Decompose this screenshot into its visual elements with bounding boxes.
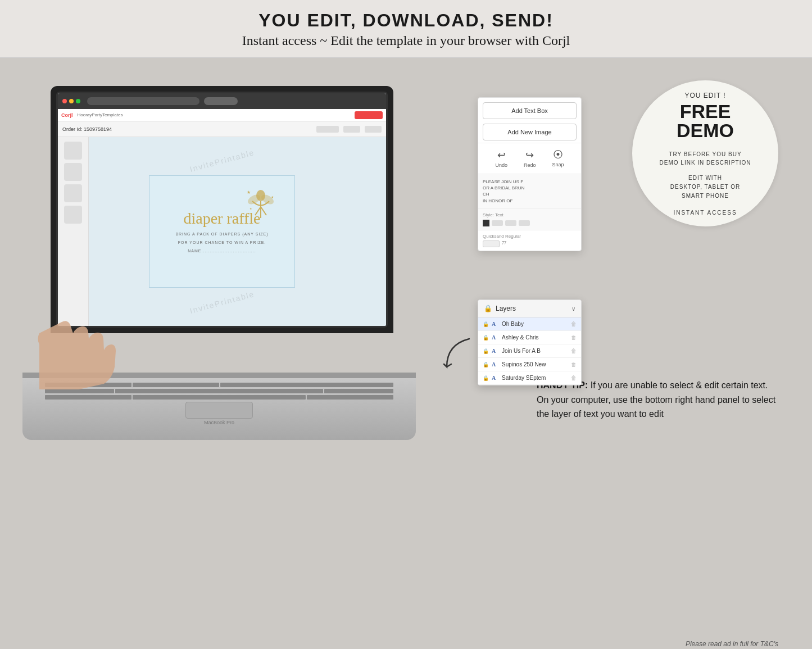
diaper-raffle-name-line: NAME................................. [188, 249, 256, 253]
main-area: Corjl HoorayPartyTemplates Order Id: 150… [0, 58, 812, 649]
layers-lock-icon: 🔒 [484, 305, 492, 312]
layer-item-1[interactable]: 🔒 A Oh Baby 🗑 [478, 317, 581, 331]
add-text-box-button[interactable]: Add Text Box [483, 102, 577, 119]
layer-type-3: A [492, 348, 500, 354]
toolbar-btn-2[interactable] [343, 126, 360, 133]
layer-name-5: Saturday SEptem [502, 375, 569, 381]
font-controls: Quicksand Regular 77 [478, 230, 581, 251]
add-new-image-button[interactable]: Add New Image [483, 124, 577, 140]
handy-tip-text: HANDY TIP: If you are unable to select &… [537, 380, 775, 419]
key [45, 389, 114, 393]
svg-text:★: ★ [271, 196, 274, 199]
layers-chevron-icon[interactable]: ∨ [571, 306, 575, 312]
main-title: YOU EDIT, DOWNLOAD, SEND! [0, 10, 812, 31]
size-controls: 77 [483, 240, 577, 247]
layers-panel: 🔒 Layers ∨ 🔒 A Oh Baby 🗑 🔒 A Ashley & Ch… [478, 299, 582, 385]
minimize-dot [69, 99, 74, 103]
tab [204, 97, 238, 105]
close-dot [62, 99, 67, 103]
color-swatch[interactable] [483, 220, 489, 226]
bold-btn[interactable] [492, 220, 503, 226]
tool-3[interactable] [64, 184, 82, 202]
layer-delete-5[interactable]: 🗑 [571, 375, 577, 381]
font-label: Quicksand Regular [483, 234, 577, 239]
italic-btn[interactable] [505, 220, 516, 226]
layer-item-2[interactable]: 🔒 A Ashley & Chris 🗑 [478, 331, 581, 344]
layers-title-text: Layers [496, 305, 516, 312]
keyboard-row-3 [45, 395, 393, 400]
undo-item[interactable]: ↩ Undo [495, 149, 507, 168]
snap-icon: ⦿ [553, 149, 563, 161]
layer-name-3: Join Us For A B [502, 348, 569, 354]
tool-2[interactable] [64, 163, 82, 181]
svg-text:★: ★ [250, 207, 252, 210]
layers-title: 🔒 Layers [484, 305, 516, 312]
publish-btn[interactable] [355, 111, 383, 119]
demo-you-edit: YOU EDIT ! [684, 92, 725, 99]
fairy-icon: ★ ★ ★ [244, 187, 278, 234]
layer-delete-1[interactable]: 🗑 [571, 321, 577, 327]
app-name: HoorayPartyTemplates [78, 112, 123, 117]
corjl-header: Corjl HoorayPartyTemplates [58, 109, 386, 121]
snap-label: Snap [552, 162, 564, 167]
layer-name-1: Oh Baby [502, 321, 569, 327]
redo-label: Redo [524, 162, 536, 168]
browser-chrome [58, 93, 386, 109]
tool-4[interactable] [64, 206, 82, 224]
undo-label: Undo [495, 162, 507, 168]
layer-item-3[interactable]: 🔒 A Join Us For A B 🗑 [478, 344, 581, 358]
order-id: Order Id: 1509758194 [62, 126, 112, 132]
layer-name-2: Ashley & Chris [502, 334, 569, 341]
layer-type-2: A [492, 334, 500, 341]
layer-delete-3[interactable]: 🗑 [571, 348, 577, 354]
panel-icons: ↩ Undo ↪ Redo ⦿ Snap [478, 143, 581, 174]
style-controls [483, 220, 577, 226]
arrow-left [436, 333, 480, 378]
svg-text:★: ★ [247, 190, 251, 195]
key [133, 383, 219, 387]
toolbar-btn-3[interactable] [365, 126, 382, 133]
corjl-toolbar: Order Id: 1509758194 [58, 121, 386, 137]
keyboard-row-2 [45, 389, 393, 393]
layer-type-1: A [492, 321, 500, 327]
layer-lock-1: 🔒 [483, 321, 489, 327]
layer-lock-4: 🔒 [483, 362, 489, 367]
redo-item[interactable]: ↪ Redo [524, 149, 536, 168]
demo-edit-with: EDIT WITH DESKTOP, TABLET OR SMART PHONE [670, 174, 740, 201]
font-size[interactable] [483, 240, 500, 247]
free-demo-circle: YOU EDIT ! FREE DEMO TRY BEFORE YOU BUY … [632, 80, 778, 226]
snap-item[interactable]: ⦿ Snap [552, 149, 564, 168]
layer-delete-2[interactable]: 🗑 [571, 334, 577, 341]
diaper-raffle-card: ★ ★ ★ diaper raffle BRING A PACK OF DIAP… [149, 175, 295, 288]
layer-lock-5: 🔒 [483, 375, 489, 381]
style-text-area: Style: Text [478, 209, 581, 230]
key [115, 389, 323, 393]
key [324, 389, 393, 393]
spacebar [133, 395, 306, 400]
bottom-note: Please read ad in full for T&C's [686, 640, 778, 648]
demo-instant-access: INSTANT ACCESS [673, 210, 737, 216]
address-bar [87, 97, 199, 105]
sub-title: Instant access ~ Edit the template in yo… [0, 33, 812, 48]
style-label: Style: Text [483, 212, 577, 217]
undo-icon: ↩ [497, 149, 506, 161]
laptop-mockup: Corjl HoorayPartyTemplates Order Id: 150… [22, 86, 416, 440]
align-btn[interactable] [519, 220, 530, 226]
key [45, 395, 131, 400]
tool-1[interactable] [64, 142, 82, 160]
layer-name-4: Supinos 250 New [502, 361, 569, 367]
touchpad[interactable] [185, 402, 253, 419]
layer-item-4[interactable]: 🔒 A Supinos 250 New 🗑 [478, 358, 581, 371]
key [220, 383, 393, 387]
toolbar-btn-1[interactable] [316, 126, 339, 133]
hand-silhouette [6, 277, 118, 389]
panel-text-content: PLEASE JOIN US FOR A BRIDAL BRUNCHIN HON… [483, 179, 577, 204]
demo-free: FREE [680, 102, 731, 121]
layer-delete-4[interactable]: 🗑 [571, 361, 577, 367]
layers-header: 🔒 Layers ∨ [478, 300, 581, 317]
demo-try-before: TRY BEFORE YOU BUY DEMO LINK IN DESCRIPT… [660, 150, 751, 167]
layer-item-5[interactable]: 🔒 A Saturday SEptem 🗑 [478, 371, 581, 385]
diaper-raffle-sub-2: FOR YOUR CHANCE TO WIN A PRIZE. [178, 240, 266, 244]
maximize-dot [76, 99, 80, 103]
layer-lock-3: 🔒 [483, 348, 489, 354]
